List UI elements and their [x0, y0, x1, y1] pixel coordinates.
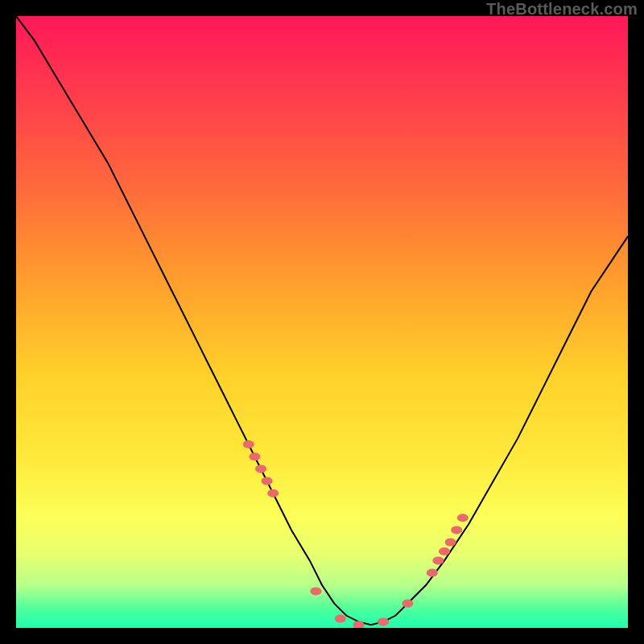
marker-dot	[353, 621, 365, 628]
marker-dot	[445, 539, 456, 547]
marker-dot	[427, 569, 438, 577]
marker-dot	[335, 615, 346, 623]
watermark-text: TheBottleneck.com	[486, 0, 638, 19]
marker-dot	[439, 547, 450, 555]
bottleneck-curve	[16, 16, 628, 628]
marker-dot	[249, 452, 260, 460]
marker-dot	[243, 440, 254, 448]
marker-dot	[451, 526, 462, 534]
marker-dot	[378, 617, 389, 625]
chart-frame: TheBottleneck.com	[0, 0, 644, 644]
marker-dot	[255, 464, 266, 473]
marker-dot	[267, 489, 279, 497]
curve-line	[16, 16, 628, 625]
marker-dot	[432, 556, 444, 564]
marker-dot	[457, 514, 469, 522]
marker-dot	[402, 600, 413, 608]
marker-dot	[310, 587, 321, 595]
marker-dots	[243, 440, 469, 628]
plot-area	[16, 16, 628, 628]
marker-dot	[262, 477, 273, 485]
